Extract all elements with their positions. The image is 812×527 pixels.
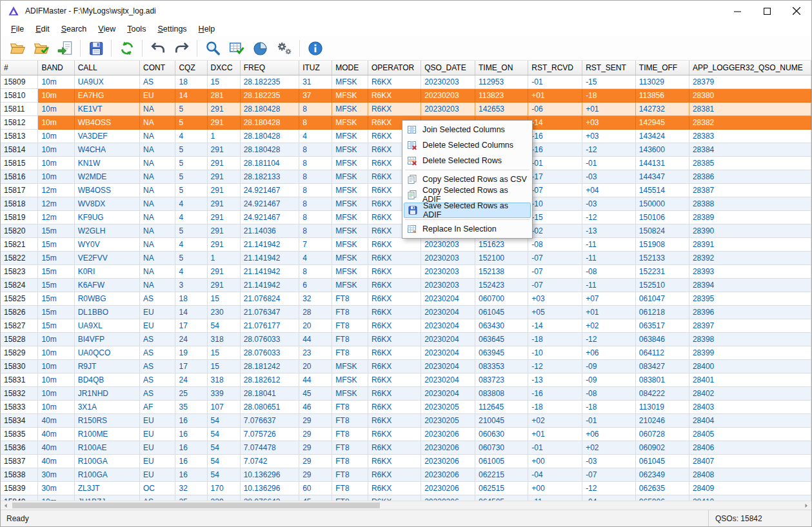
cell[interactable]: 8	[299, 210, 332, 224]
row-number-cell[interactable]: 15825	[1, 292, 38, 305]
cell[interactable]: -12	[582, 481, 636, 495]
cell[interactable]: 291	[207, 197, 240, 210]
cell[interactable]: 45	[299, 386, 332, 400]
cell[interactable]: FT8	[332, 495, 368, 501]
row-number-cell[interactable]: 15813	[1, 129, 38, 143]
cell[interactable]: 28405	[689, 427, 811, 441]
cell[interactable]: 291	[207, 143, 240, 156]
cell[interactable]: 107	[207, 400, 240, 413]
column-header[interactable]: BAND	[38, 61, 74, 75]
cell[interactable]: 10m	[38, 143, 74, 156]
scroll-left-arrow[interactable]	[1, 501, 11, 510]
search-button[interactable]	[201, 38, 224, 59]
cell[interactable]: 28406	[689, 441, 811, 454]
cell[interactable]: 084222	[635, 386, 689, 400]
cell[interactable]: NA	[139, 129, 175, 143]
cell[interactable]: MFSK	[332, 170, 368, 183]
cell[interactable]: MFSK	[332, 278, 368, 292]
cell[interactable]: +01	[528, 88, 582, 102]
cell[interactable]: 8	[299, 115, 332, 129]
cell[interactable]: 28383	[689, 129, 811, 143]
scrollbar-thumb[interactable]	[12, 502, 380, 508]
cell[interactable]: 060630	[475, 427, 528, 441]
cell[interactable]: 210045	[475, 413, 528, 427]
menu-settings[interactable]: Settings	[152, 23, 192, 35]
cell[interactable]: BD4QB	[74, 373, 139, 386]
cell[interactable]: 21.141942	[240, 264, 299, 278]
cell[interactable]: 28379	[689, 75, 811, 88]
cell[interactable]: 150106	[635, 210, 689, 224]
cell[interactable]: 3	[175, 278, 207, 292]
cell[interactable]: 28397	[689, 319, 811, 332]
cell[interactable]: 14	[175, 305, 207, 319]
cell[interactable]: 4	[175, 210, 207, 224]
cell[interactable]: 20230206	[421, 427, 475, 441]
cell[interactable]: NA	[139, 143, 175, 156]
cell[interactable]: 25	[175, 386, 207, 400]
cell[interactable]: 44	[299, 373, 332, 386]
cell[interactable]: 29	[299, 454, 332, 468]
cell[interactable]: 28409	[689, 481, 811, 495]
cell[interactable]: 40m	[38, 413, 74, 427]
cell[interactable]: 318	[207, 373, 240, 386]
cell[interactable]: 170	[207, 481, 240, 495]
cell[interactable]: -01	[582, 156, 636, 170]
cell[interactable]: +03	[582, 115, 636, 129]
cell[interactable]: EU	[139, 454, 175, 468]
cell[interactable]: 10.136296	[240, 468, 299, 481]
cell[interactable]: 28410	[689, 495, 811, 501]
cell[interactable]: 10m	[38, 332, 74, 346]
cell[interactable]: 28.181104	[240, 156, 299, 170]
cell[interactable]: FT8	[332, 468, 368, 481]
cell[interactable]: 152133	[635, 251, 689, 264]
cell[interactable]: 45	[299, 495, 332, 501]
row-number-cell[interactable]: 15840	[1, 495, 38, 501]
cell[interactable]: EU	[139, 468, 175, 481]
scroll-right-arrow[interactable]	[801, 501, 811, 510]
cell[interactable]: 152510	[635, 278, 689, 292]
open-file-button[interactable]	[5, 38, 29, 59]
cell[interactable]: 15m	[38, 305, 74, 319]
cell[interactable]: AS	[139, 75, 175, 88]
cell[interactable]: -01	[528, 156, 582, 170]
cell[interactable]: R6KX	[368, 251, 421, 264]
cell[interactable]: 20230204	[421, 332, 475, 346]
cell[interactable]: 28396	[689, 305, 811, 319]
cell[interactable]: 10m	[38, 170, 74, 183]
cell[interactable]: R6KX	[368, 413, 421, 427]
cell[interactable]: 28.180428	[240, 102, 299, 115]
cell[interactable]: 8	[299, 102, 332, 115]
cell[interactable]: 15	[207, 75, 240, 88]
cell[interactable]: -04	[582, 495, 636, 501]
context-menu-item[interactable]: Join Selected Columns	[404, 122, 531, 137]
cell[interactable]: 12m	[38, 197, 74, 210]
cell[interactable]: 112953	[475, 75, 528, 88]
cell[interactable]: -03	[582, 454, 636, 468]
row-number-cell[interactable]: 15823	[1, 264, 38, 278]
cell[interactable]: 144347	[635, 170, 689, 183]
cell[interactable]: -04	[528, 468, 582, 481]
cell[interactable]: WY0V	[74, 237, 139, 251]
cell[interactable]: 46	[299, 400, 332, 413]
cell[interactable]: 28398	[689, 332, 811, 346]
cell[interactable]: 063517	[635, 319, 689, 332]
cell[interactable]: 19	[175, 346, 207, 359]
cell[interactable]: 20230206	[421, 441, 475, 454]
cell[interactable]: -08	[582, 264, 636, 278]
menu-help[interactable]: Help	[193, 23, 221, 35]
cell[interactable]: AS	[139, 332, 175, 346]
cell[interactable]: 28385	[689, 156, 811, 170]
row-number-cell[interactable]: 15835	[1, 427, 38, 441]
cell[interactable]: 25	[175, 495, 207, 501]
cell[interactable]: NA	[139, 264, 175, 278]
cell[interactable]: 16	[175, 441, 207, 454]
cell[interactable]: MFSK	[332, 88, 368, 102]
cell[interactable]: 28399	[689, 346, 811, 359]
cell[interactable]: R6KX	[368, 102, 421, 115]
cell[interactable]: MFSK	[332, 251, 368, 264]
cell[interactable]: FT8	[332, 319, 368, 332]
cell[interactable]: 20230204	[421, 292, 475, 305]
cell[interactable]: 3X1A	[74, 400, 139, 413]
cell[interactable]: 20230204	[421, 373, 475, 386]
cell[interactable]: FT8	[332, 400, 368, 413]
